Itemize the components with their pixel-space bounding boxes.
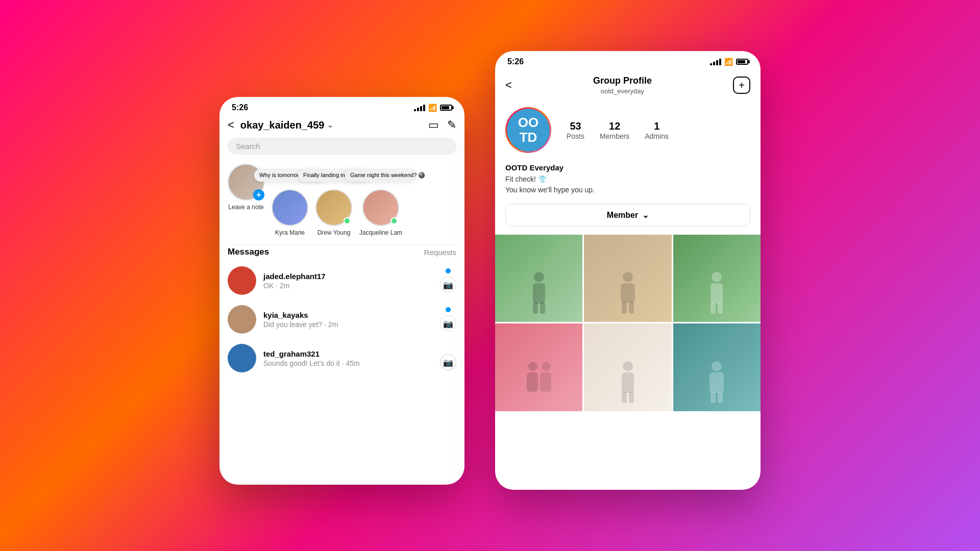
svg-rect-3 <box>540 303 545 314</box>
unread-dot-0 <box>446 268 451 273</box>
svg-rect-9 <box>710 283 723 304</box>
svg-rect-13 <box>527 372 538 392</box>
msg-preview-0: OK · 2m <box>263 282 433 290</box>
svg-rect-11 <box>718 303 723 314</box>
signal-icon <box>414 105 425 111</box>
note-item-drew[interactable]: Finally landing in NYC! ❤️ Drew Young <box>315 189 352 236</box>
group-avatar: OOTD <box>505 107 551 153</box>
back-button[interactable]: < <box>228 118 234 132</box>
time-right: 5:26 <box>507 57 524 66</box>
svg-rect-18 <box>622 392 627 403</box>
camera-icon-0[interactable]: 📷 <box>440 277 456 293</box>
add-to-group-button[interactable]: + <box>733 77 750 94</box>
kyra-avatar <box>272 189 308 226</box>
avatar-jaded <box>228 266 256 295</box>
group-profile-title: Group Profile <box>512 76 733 86</box>
group-profile-header: < Group Profile ootd_everyday + <box>495 68 761 97</box>
photo-cell-0[interactable] <box>495 235 582 322</box>
photo-cell-3[interactable] <box>495 323 582 411</box>
camera-icon-2[interactable]: 📷 <box>440 354 456 370</box>
message-item-1[interactable]: kyia_kayaks Did you leave yet? · 2m 📷 <box>219 300 464 339</box>
svg-point-16 <box>623 361 633 371</box>
member-button[interactable]: Member ⌄ <box>505 204 750 227</box>
group-avatar-initials: OOTD <box>507 109 550 152</box>
left-phone: 5:26 📶 < okay_kaiden_459 ⌄ ▭ ✎ Search <box>219 97 464 485</box>
right-phone: 5:26 📶 < Group Profile ootd_everyday + O… <box>495 51 761 490</box>
group-stats: 53 Posts 12 Members 1 Admins <box>567 120 669 140</box>
svg-point-8 <box>712 272 722 282</box>
svg-rect-19 <box>629 392 634 403</box>
dm-username[interactable]: okay_kaiden_459 ⌄ <box>240 119 422 131</box>
message-item-2[interactable]: ted_graham321 Sounds good! Let's do it ·… <box>219 339 464 378</box>
chevron-down-icon: ⌄ <box>327 121 333 129</box>
photo-cell-5[interactable] <box>673 323 761 411</box>
camera-icon-1[interactable]: 📷 <box>440 315 456 332</box>
avatar-kyia <box>228 305 256 334</box>
chevron-down-icon-member: ⌄ <box>642 210 649 220</box>
photo-cell-1[interactable] <box>584 235 671 322</box>
avatar-ted <box>228 344 256 372</box>
note-label-kyra: Kyra Marie <box>275 229 305 236</box>
svg-rect-21 <box>709 372 724 393</box>
svg-point-20 <box>712 361 722 371</box>
note-item-kyra[interactable]: Why is tomorrow Monday!? 😩 Kyra Marie <box>272 189 308 236</box>
group-info: OOTD 53 Posts 12 Members 1 Admins <box>495 97 761 163</box>
stat-admins: 1 Admins <box>645 120 669 140</box>
status-icons-right: 📶 <box>710 58 748 66</box>
note-bubble-jacqueline: Game night this weekend? 🎱 <box>345 169 416 182</box>
msg-username-0: jaded.elephant17 <box>263 272 433 281</box>
svg-rect-15 <box>540 372 551 392</box>
time-left: 5:26 <box>232 103 248 112</box>
status-bar-right: 5:26 📶 <box>495 51 761 68</box>
status-bar-left: 5:26 📶 <box>219 97 464 114</box>
photo-cell-2[interactable] <box>673 235 761 322</box>
photo-cell-4[interactable] <box>584 323 671 411</box>
msg-username-2: ted_graham321 <box>263 349 433 358</box>
dm-header: < okay_kaiden_459 ⌄ ▭ ✎ <box>219 114 464 138</box>
svg-rect-23 <box>718 392 723 403</box>
svg-rect-1 <box>533 283 545 304</box>
msg-preview-2: Sounds good! Let's do it · 45m <box>263 359 433 367</box>
svg-point-12 <box>528 362 537 371</box>
online-indicator-drew <box>344 217 351 224</box>
svg-rect-2 <box>533 303 538 314</box>
messages-header: Messages Requests <box>219 245 464 261</box>
edit-icon[interactable]: ✎ <box>447 118 456 132</box>
add-note-button[interactable]: + <box>253 189 264 201</box>
battery-icon <box>440 105 452 111</box>
stat-posts: 53 Posts <box>567 120 584 140</box>
signal-icon-right <box>710 59 721 65</box>
unread-dot-1 <box>446 307 451 312</box>
note-item-jacqueline[interactable]: Game night this weekend? 🎱 Jacqueline La… <box>359 189 402 236</box>
status-icons-left: 📶 <box>414 104 452 112</box>
notes-row: + Leave a note Why is tomorrow Monday!? … <box>219 160 464 244</box>
note-label-jacqueline: Jacqueline Lam <box>359 229 402 236</box>
svg-rect-7 <box>629 302 634 314</box>
msg-username-1: kyia_kayaks <box>263 311 433 319</box>
note-label-self: Leave a note <box>228 204 263 211</box>
wifi-icon-right: 📶 <box>724 58 733 66</box>
group-name: OOTD Everyday <box>505 163 750 172</box>
svg-point-4 <box>623 272 633 282</box>
wifi-icon: 📶 <box>428 104 437 112</box>
back-button-right[interactable]: < <box>505 79 512 92</box>
svg-rect-5 <box>621 283 635 303</box>
msg-preview-1: Did you leave yet? · 2m <box>263 320 433 329</box>
note-label-drew: Drew Young <box>317 229 351 236</box>
svg-rect-17 <box>622 372 634 393</box>
search-bar[interactable]: Search <box>228 138 456 155</box>
group-profile-subtitle: ootd_everyday <box>512 87 733 95</box>
online-indicator-jacqueline <box>390 217 398 224</box>
messages-title: Messages <box>228 247 269 257</box>
dm-action-icons: ▭ ✎ <box>428 118 456 132</box>
requests-link[interactable]: Requests <box>424 248 456 257</box>
group-bio: OOTD Everyday Fit check! 👕 You know we'l… <box>495 163 761 204</box>
battery-icon-right <box>736 59 748 65</box>
svg-rect-10 <box>710 303 716 314</box>
stat-members: 12 Members <box>600 120 629 140</box>
svg-point-0 <box>534 272 544 282</box>
group-bio-text: Fit check! 👕 You know we'll hype you up. <box>505 174 750 195</box>
svg-point-14 <box>542 362 551 371</box>
message-item-0[interactable]: jaded.elephant17 OK · 2m 📷 <box>219 261 464 300</box>
video-call-icon[interactable]: ▭ <box>428 118 439 132</box>
